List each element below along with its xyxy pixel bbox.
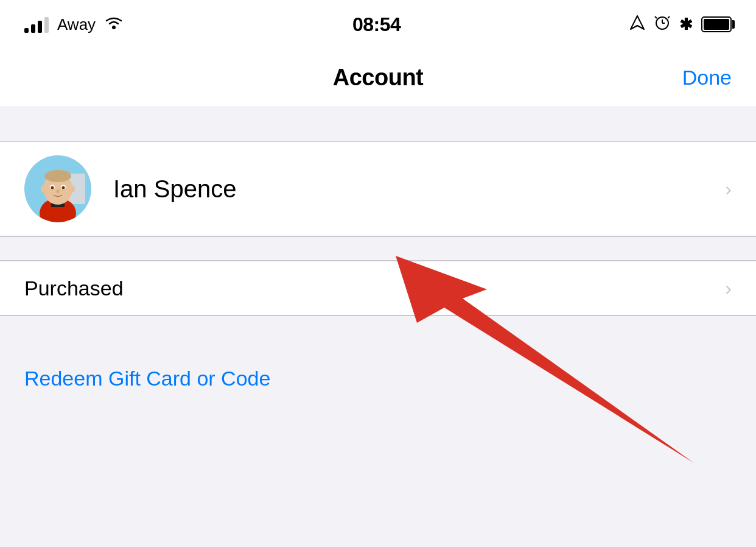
signal-bar-2	[31, 24, 35, 33]
alarm-icon	[654, 14, 671, 35]
svg-line-6	[668, 16, 670, 18]
done-button[interactable]: Done	[682, 66, 732, 90]
purchased-label: Purchased	[24, 277, 124, 300]
svg-line-5	[655, 16, 657, 18]
status-bar: Away 08:54	[0, 0, 756, 49]
avatar	[24, 155, 91, 222]
status-left: Away	[24, 15, 124, 34]
svg-point-0	[112, 26, 116, 29]
profile-chevron: ›	[725, 178, 732, 200]
svg-point-22	[70, 185, 75, 192]
profile-row[interactable]: Ian Spence ›	[0, 142, 756, 236]
carrier-text: Away	[57, 15, 96, 34]
signal-bar-1	[24, 28, 29, 33]
redeem-link[interactable]: Redeem Gift Card or Code	[24, 367, 270, 390]
profile-section: Ian Spence ›	[0, 141, 756, 236]
svg-point-20	[57, 189, 60, 193]
status-right: ✱	[629, 14, 732, 35]
redeem-section: Redeem Gift Card or Code	[0, 350, 756, 408]
nav-bar: Account Done	[0, 49, 756, 107]
svg-marker-1	[631, 16, 644, 29]
svg-point-18	[51, 186, 54, 189]
location-icon	[629, 15, 645, 35]
signal-bar-3	[38, 21, 42, 33]
bottom-spacer	[0, 316, 756, 350]
top-spacer	[0, 107, 756, 141]
signal-bars	[24, 16, 49, 33]
purchased-section: Purchased ›	[0, 261, 756, 316]
battery	[701, 16, 732, 32]
svg-point-15	[44, 170, 71, 182]
purchased-row[interactable]: Purchased ›	[0, 261, 756, 315]
signal-bar-4	[44, 17, 49, 33]
section-gap-1	[0, 236, 756, 261]
page-title: Account	[333, 65, 424, 91]
bluetooth-icon: ✱	[679, 15, 693, 34]
page-wrapper: Away 08:54	[0, 0, 756, 547]
svg-point-19	[62, 186, 65, 189]
status-time: 08:54	[352, 13, 401, 36]
wifi-icon	[104, 15, 124, 34]
svg-point-21	[41, 185, 46, 192]
profile-name: Ian Spence	[113, 175, 236, 203]
purchased-chevron: ›	[725, 277, 732, 300]
